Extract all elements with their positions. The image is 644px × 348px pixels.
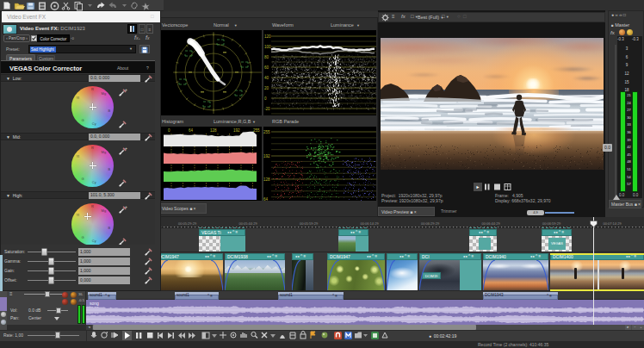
svg-text:192: 192 bbox=[233, 128, 240, 133]
svg-text:0: 0 bbox=[264, 96, 267, 101]
svg-text:120: 120 bbox=[264, 34, 271, 39]
svg-text:128: 128 bbox=[263, 177, 270, 182]
svg-text:00:05:29:29: 00:05:29:29 bbox=[178, 221, 197, 226]
svg-text:00:06:29:29: 00:06:29:29 bbox=[421, 221, 440, 226]
svg-text:80: 80 bbox=[264, 55, 269, 59]
svg-text:00:06:14:29: 00:06:14:29 bbox=[361, 221, 380, 226]
svg-text:128: 128 bbox=[210, 128, 217, 133]
svg-text:00:06:59:29: 00:06:59:29 bbox=[542, 221, 561, 226]
svg-text:00:05:44:29: 00:05:44:29 bbox=[239, 221, 258, 226]
svg-text:64: 64 bbox=[189, 128, 194, 133]
svg-text:40: 40 bbox=[264, 76, 269, 80]
svg-text:255: 255 bbox=[253, 128, 260, 133]
svg-text:20: 20 bbox=[264, 86, 269, 90]
svg-text:64: 64 bbox=[263, 197, 269, 201]
svg-text:00:07:14:29: 00:07:14:29 bbox=[604, 221, 622, 226]
svg-text:-20: -20 bbox=[264, 107, 270, 111]
svg-text:100: 100 bbox=[264, 45, 271, 49]
svg-text:00:05:59:29: 00:05:59:29 bbox=[300, 221, 319, 226]
svg-text:255: 255 bbox=[263, 130, 270, 134]
svg-text:60: 60 bbox=[264, 65, 269, 70]
svg-text:00:06:44:29: 00:06:44:29 bbox=[482, 221, 501, 226]
svg-text:0: 0 bbox=[168, 128, 170, 133]
svg-text:192: 192 bbox=[263, 154, 270, 158]
